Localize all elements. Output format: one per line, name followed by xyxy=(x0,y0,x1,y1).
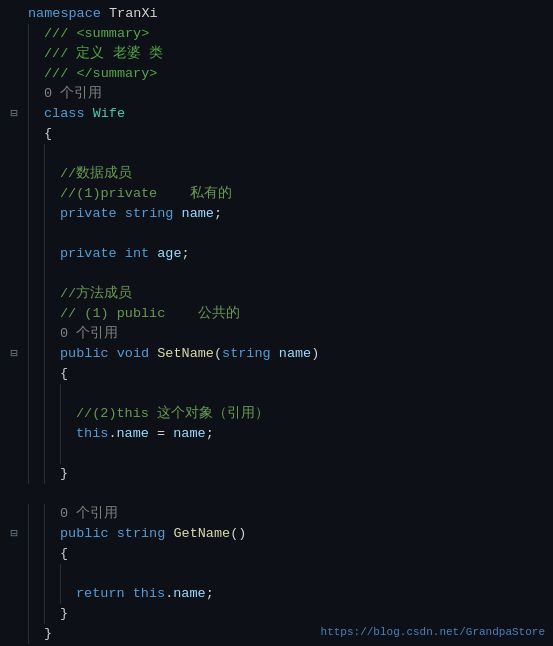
collapse-button[interactable]: ⊟ xyxy=(7,344,21,364)
code-tokens: //方法成员 xyxy=(60,284,553,304)
token-punct xyxy=(109,346,117,361)
indent-guide xyxy=(44,464,60,484)
code-tokens xyxy=(60,264,553,284)
token-ref-gray: 0 个引用 xyxy=(44,86,102,101)
token-ident: name xyxy=(173,586,205,601)
token-kw: int xyxy=(125,246,149,261)
indent-guide xyxy=(44,544,60,564)
code-line: /// </summary> xyxy=(0,64,553,84)
code-line xyxy=(0,224,553,244)
token-ident: age xyxy=(157,246,181,261)
code-line: { xyxy=(0,544,553,564)
token-punct: = xyxy=(149,426,173,441)
code-tokens: /// 定义 老婆 类 xyxy=(44,44,553,64)
token-kw: public xyxy=(60,526,109,541)
indent-guide xyxy=(44,424,60,444)
code-line xyxy=(0,384,553,404)
code-line: return this.name; xyxy=(0,584,553,604)
code-tokens: //(2)this 这个对象（引用） xyxy=(76,404,553,424)
code-tokens: } xyxy=(60,604,553,624)
indent-guide xyxy=(44,384,60,404)
indent-guide xyxy=(28,184,44,204)
token-ref-gray: 0 个引用 xyxy=(60,506,118,521)
token-ref-gray: 0 个引用 xyxy=(60,326,118,341)
indent-guide xyxy=(28,144,44,164)
collapse-button[interactable]: ⊟ xyxy=(7,104,21,124)
code-tokens: { xyxy=(60,544,553,564)
token-kw: class xyxy=(44,106,85,121)
indent-guide xyxy=(44,524,60,544)
indent-guide xyxy=(28,364,44,384)
code-line xyxy=(0,144,553,164)
code-tokens xyxy=(76,384,553,404)
token-brace: { xyxy=(60,546,68,561)
code-tokens: private int age; xyxy=(60,244,553,264)
code-tokens: //数据成员 xyxy=(60,164,553,184)
indent-guide xyxy=(28,304,44,324)
token-type: Wife xyxy=(93,106,125,121)
code-line: { xyxy=(0,364,553,384)
code-line: //(1)private 私有的 xyxy=(0,184,553,204)
code-tokens: namespace TranXi xyxy=(28,4,553,24)
code-line: ⊟class Wife xyxy=(0,104,553,124)
code-tokens: /// <summary> xyxy=(44,24,553,44)
code-tokens: /// </summary> xyxy=(44,64,553,84)
indent-guide xyxy=(28,244,44,264)
code-line xyxy=(0,564,553,584)
code-line: namespace TranXi xyxy=(0,4,553,24)
code-editor: namespace TranXi/// <summary>/// 定义 老婆 类… xyxy=(0,0,553,646)
code-line xyxy=(0,444,553,464)
indent-guide xyxy=(28,444,44,464)
token-punct xyxy=(117,246,125,261)
indent-guide xyxy=(28,604,44,624)
indent-guide xyxy=(28,464,44,484)
indent-guide xyxy=(28,404,44,424)
indent-guide xyxy=(28,344,44,364)
indent-guide xyxy=(44,344,60,364)
code-tokens: { xyxy=(44,124,553,144)
token-kw: string xyxy=(117,526,166,541)
code-line: } xyxy=(0,464,553,484)
token-brace: } xyxy=(60,606,68,621)
indent-guide xyxy=(28,384,44,404)
indent-guide xyxy=(44,584,60,604)
code-line: { xyxy=(0,124,553,144)
token-punct: TranXi xyxy=(101,6,158,21)
indent-guide xyxy=(28,544,44,564)
indent-guide xyxy=(28,104,44,124)
code-line: ⊟public string GetName() xyxy=(0,524,553,544)
indent-guide xyxy=(28,44,44,64)
token-ident: name xyxy=(279,346,311,361)
indent-guide xyxy=(28,424,44,444)
indent-guide xyxy=(28,164,44,184)
token-punct: ; xyxy=(206,586,214,601)
token-ident: name xyxy=(173,426,205,441)
indent-guide xyxy=(28,124,44,144)
token-kw: private xyxy=(60,246,117,261)
token-punct: ; xyxy=(214,206,222,221)
code-line: /// 定义 老婆 类 xyxy=(0,44,553,64)
code-tokens: // (1) public 公共的 xyxy=(60,304,553,324)
code-tokens: } xyxy=(60,464,553,484)
code-tokens: this.name = name; xyxy=(76,424,553,444)
indent-guide xyxy=(28,564,44,584)
indent-guide xyxy=(28,284,44,304)
code-tokens xyxy=(60,224,553,244)
token-punct xyxy=(117,206,125,221)
code-tokens: public void SetName(string name) xyxy=(60,344,553,364)
collapse-button[interactable]: ⊟ xyxy=(7,524,21,544)
indent-guide xyxy=(28,324,44,344)
token-brace: } xyxy=(60,466,68,481)
token-kw: string xyxy=(125,206,174,221)
code-line: 0 个引用 xyxy=(0,84,553,104)
indent-guide xyxy=(44,504,60,524)
indent-guide xyxy=(44,164,60,184)
token-kw: this xyxy=(76,426,108,441)
code-line: 0 个引用 xyxy=(0,324,553,344)
code-tokens: public string GetName() xyxy=(60,524,553,544)
indent-guide xyxy=(60,584,76,604)
token-punct: () xyxy=(230,526,246,541)
indent-guide xyxy=(28,24,44,44)
indent-guide xyxy=(44,204,60,224)
code-tokens: private string name; xyxy=(60,204,553,224)
